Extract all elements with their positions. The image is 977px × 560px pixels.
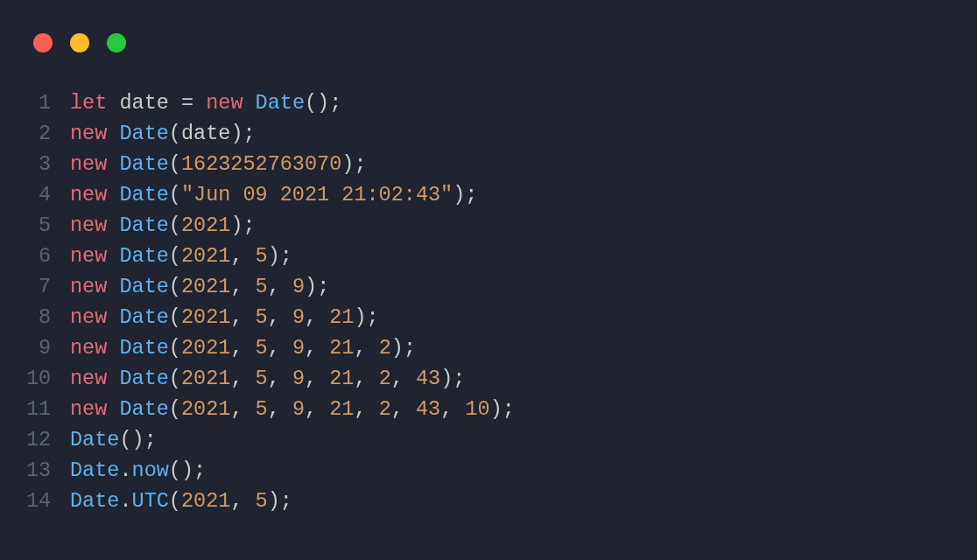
traffic-lights [33, 33, 126, 52]
token: 5 [256, 336, 268, 360]
token: 2 [379, 397, 391, 421]
token: ); [268, 489, 292, 513]
line-number: 7 [26, 271, 70, 302]
code-content[interactable]: new Date(2021, 5, 9, 21, 2); [70, 332, 416, 363]
token [107, 91, 119, 115]
token: ); [268, 244, 292, 268]
token: 43 [416, 367, 440, 390]
token: ( [169, 244, 181, 268]
token: Date [119, 152, 168, 176]
token: 1623252763070 [181, 152, 341, 176]
code-content[interactable]: let date = new Date(); [70, 88, 341, 118]
code-content[interactable]: new Date(2021); [70, 210, 256, 241]
code-content[interactable]: Date.now(); [70, 455, 206, 486]
token [107, 122, 119, 145]
code-line[interactable]: 9new Date(2021, 5, 9, 21, 2); [26, 332, 951, 363]
token: new [70, 183, 107, 206]
token: , [268, 397, 292, 421]
code-content[interactable]: new Date(2021, 5, 9, 21); [70, 302, 379, 332]
code-content[interactable]: Date.UTC(2021, 5); [70, 486, 292, 516]
token: . [119, 489, 131, 513]
code-content[interactable]: new Date(1623252763070); [70, 149, 367, 179]
code-line[interactable]: 4new Date("Jun 09 2021 21:02:43"); [26, 179, 951, 210]
code-content[interactable]: new Date(2021, 5, 9, 21, 2, 43); [70, 363, 465, 394]
code-line[interactable]: 5new Date(2021); [26, 210, 951, 241]
code-line[interactable]: 7new Date(2021, 5, 9); [26, 271, 951, 302]
code-line[interactable]: 13Date.now(); [26, 455, 951, 486]
token: ); [341, 152, 366, 176]
token: 9 [292, 367, 305, 390]
token: , [230, 275, 255, 298]
line-number: 11 [26, 394, 70, 424]
token: new [70, 275, 107, 298]
token: 5 [256, 275, 268, 298]
token: 2021 [181, 305, 230, 329]
token: Date [119, 275, 168, 298]
code-line[interactable]: 14Date.UTC(2021, 5); [26, 486, 951, 516]
token: , [305, 336, 329, 360]
token: ( [169, 214, 181, 237]
code-content[interactable]: new Date(2021, 5, 9, 21, 2, 43, 10); [70, 394, 515, 424]
token: 9 [292, 305, 305, 329]
token: new [70, 305, 107, 329]
token: , [354, 336, 378, 360]
token [107, 336, 119, 360]
code-line[interactable]: 6new Date(2021, 5); [26, 241, 951, 271]
code-line[interactable]: 2new Date(date); [26, 118, 951, 149]
token: ( [169, 305, 181, 329]
close-icon[interactable] [33, 33, 53, 52]
code-content[interactable]: new Date(2021, 5, 9); [70, 271, 329, 302]
token: 21 [329, 367, 354, 390]
code-line[interactable]: 12Date(); [26, 424, 951, 455]
token: 5 [256, 489, 268, 513]
token: (); [119, 428, 156, 452]
code-line[interactable]: 3new Date(1623252763070); [26, 149, 951, 179]
token: 2021 [181, 336, 230, 360]
code-content[interactable]: new Date("Jun 09 2021 21:02:43"); [70, 179, 477, 210]
token: 9 [292, 336, 305, 360]
token: new [70, 122, 107, 145]
code-line[interactable]: 10new Date(2021, 5, 9, 21, 2, 43); [26, 363, 951, 394]
token: , [230, 244, 255, 268]
code-content[interactable]: new Date(2021, 5); [70, 241, 292, 271]
token: new [70, 152, 107, 176]
token: 21 [329, 336, 354, 360]
token: Date [119, 214, 168, 237]
token: new [70, 244, 107, 268]
token: , [230, 367, 255, 390]
token: . [119, 458, 131, 482]
line-number: 1 [26, 88, 70, 118]
token: ( [169, 397, 181, 421]
line-number: 13 [26, 455, 70, 486]
code-content[interactable]: new Date(date); [70, 118, 256, 149]
token [193, 91, 206, 115]
token: 43 [416, 397, 440, 421]
token: (); [305, 91, 341, 115]
token: 5 [256, 367, 268, 390]
code-line[interactable]: 11new Date(2021, 5, 9, 21, 2, 43, 10); [26, 394, 951, 424]
code-line[interactable]: 1let date = new Date(); [26, 88, 951, 118]
token: ( [169, 152, 181, 176]
token: ( [169, 367, 181, 390]
line-number: 3 [26, 149, 70, 179]
token: 2 [379, 367, 391, 390]
token [107, 305, 119, 329]
line-number: 14 [26, 486, 70, 516]
token: , [268, 336, 292, 360]
token: , [354, 367, 378, 390]
token: Date [119, 244, 168, 268]
maximize-icon[interactable] [107, 33, 126, 52]
code-line[interactable]: 8new Date(2021, 5, 9, 21); [26, 302, 951, 332]
token: , [391, 397, 416, 421]
token: 5 [256, 244, 268, 268]
line-number: 4 [26, 179, 70, 210]
token: Date [119, 122, 168, 145]
token: Date [70, 458, 119, 482]
token: ( [169, 122, 181, 145]
code-editor[interactable]: 1let date = new Date();2new Date(date);3… [26, 88, 951, 516]
code-content[interactable]: Date(); [70, 424, 157, 455]
token: ); [230, 214, 255, 237]
token: Date [70, 428, 119, 452]
minimize-icon[interactable] [70, 33, 89, 52]
token: Date [256, 91, 305, 115]
